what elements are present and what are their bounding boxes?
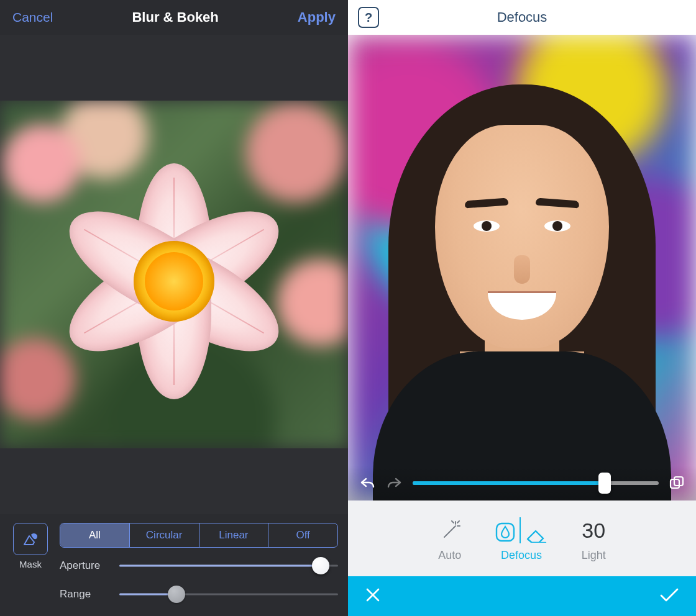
- segment-all[interactable]: All: [60, 523, 130, 547]
- auto-tool[interactable]: Auto: [438, 518, 461, 562]
- intensity-slider[interactable]: [413, 474, 659, 492]
- blur-mode-segmented-control[interactable]: All Circular Linear Off: [60, 523, 338, 548]
- footer-bar: [348, 576, 696, 616]
- light-label: Light: [582, 549, 606, 562]
- segment-circular[interactable]: Circular: [130, 523, 199, 547]
- tools-bar: Auto Defocus 30 Light: [348, 500, 696, 576]
- range-slider[interactable]: [119, 586, 338, 603]
- segment-off[interactable]: Off: [268, 523, 337, 547]
- aperture-row: Aperture: [60, 555, 338, 576]
- defocus-icon-group: [495, 518, 548, 543]
- intensity-thumb[interactable]: [598, 473, 611, 494]
- controls-panel: Mask All Circular Linear Off Aperture Ra…: [0, 514, 348, 616]
- image-preview[interactable]: [0, 101, 348, 448]
- confirm-button[interactable]: [659, 586, 680, 606]
- aperture-fill: [119, 565, 321, 567]
- mask-button[interactable]: Mask: [10, 523, 51, 605]
- help-button[interactable]: ?: [358, 7, 379, 28]
- aperture-slider[interactable]: [119, 557, 338, 574]
- portrait-subject: [348, 35, 696, 500]
- compare-button[interactable]: [667, 474, 686, 492]
- defocus-app: ? Defocus: [348, 0, 696, 616]
- mask-label: Mask: [19, 559, 42, 569]
- blur-bokeh-app: Cancel Blur & Bokeh Apply Mask: [0, 0, 348, 616]
- left-header: Cancel Blur & Bokeh Apply: [0, 0, 348, 35]
- undo-button[interactable]: [358, 474, 377, 492]
- eraser-icon: [524, 524, 548, 543]
- range-row: Range: [60, 584, 338, 605]
- mask-icon: [13, 523, 48, 555]
- intensity-fill: [413, 481, 605, 485]
- image-preview-area[interactable]: [0, 35, 348, 514]
- segment-linear[interactable]: Linear: [199, 523, 269, 547]
- right-header: ? Defocus: [348, 0, 696, 35]
- screen-title: Defocus: [348, 9, 696, 25]
- flower-subject: [44, 151, 304, 412]
- screen-title: Blur & Bokeh: [132, 9, 218, 25]
- wand-icon: [439, 518, 461, 543]
- apply-button[interactable]: Apply: [298, 9, 336, 25]
- defocus-tool[interactable]: Defocus: [495, 518, 548, 562]
- droplet-icon: [495, 522, 516, 543]
- cancel-button[interactable]: Cancel: [12, 10, 53, 25]
- range-thumb[interactable]: [168, 586, 185, 603]
- range-label: Range: [60, 588, 111, 600]
- discard-button[interactable]: [364, 586, 382, 606]
- redo-button[interactable]: [385, 474, 404, 492]
- overlay-toolbar: [348, 466, 696, 500]
- light-value: 30: [582, 518, 605, 543]
- auto-label: Auto: [438, 549, 461, 562]
- image-preview[interactable]: [348, 35, 696, 500]
- light-value-number: 30: [582, 518, 605, 543]
- light-tool[interactable]: 30 Light: [582, 518, 606, 562]
- defocus-label: Defocus: [501, 549, 542, 562]
- aperture-label: Aperture: [60, 559, 111, 572]
- controls-column: All Circular Linear Off Aperture Range: [60, 523, 338, 605]
- tool-divider: [520, 517, 521, 543]
- aperture-thumb[interactable]: [312, 557, 329, 574]
